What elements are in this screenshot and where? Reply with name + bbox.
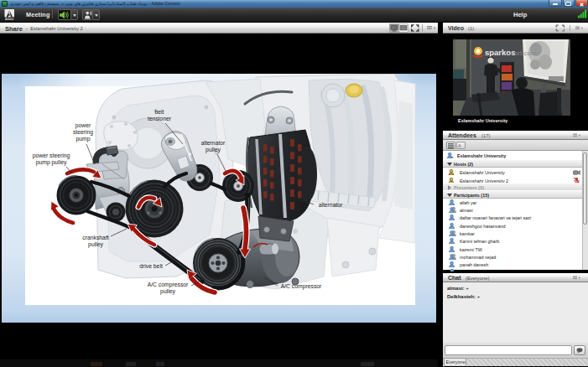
svg-text:A: A (458, 143, 461, 148)
svg-text:belt: belt (155, 109, 164, 115)
svg-text:ort.com: ort.com (514, 49, 537, 57)
svg-text:Adobe: Adobe (5, 18, 14, 21)
svg-text:A/C compressor: A/C compressor (281, 283, 322, 290)
svg-text:pump pulley: pump pulley (36, 159, 67, 166)
svg-text:pulley: pulley (206, 147, 221, 153)
svg-text:steering: steering (73, 129, 93, 136)
svg-text:alternator: alternator (201, 140, 226, 146)
svg-text:power steering: power steering (33, 152, 70, 159)
svg-text:power: power (75, 122, 91, 129)
svg-text:crankshaft: crankshaft (82, 235, 108, 240)
svg-text:sparkos: sparkos (485, 48, 515, 57)
svg-text:pump: pump (75, 136, 90, 142)
svg-text:alternator: alternator (319, 202, 343, 208)
svg-text:drive belt: drive belt (139, 263, 163, 269)
svg-text:tensioner: tensioner (148, 116, 172, 121)
svg-text:A/C compressor: A/C compressor (148, 282, 189, 288)
svg-text:pulley: pulley (160, 288, 175, 295)
svg-text:pulley: pulley (88, 241, 103, 248)
